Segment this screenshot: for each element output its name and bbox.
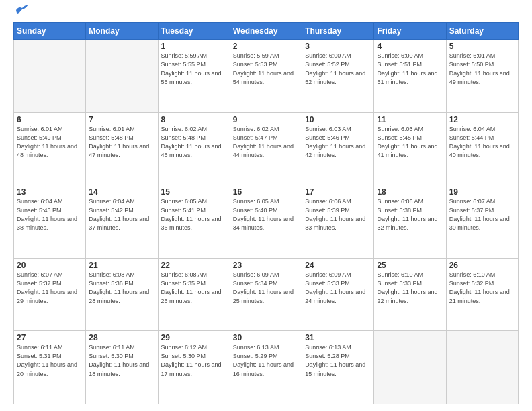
calendar-day-cell: 26Sunrise: 6:10 AMSunset: 5:32 PMDayligh… (446, 258, 518, 331)
calendar-day-cell: 25Sunrise: 6:10 AMSunset: 5:33 PMDayligh… (374, 258, 446, 331)
day-number: 18 (377, 187, 443, 197)
calendar-day-cell: 19Sunrise: 6:07 AMSunset: 5:37 PMDayligh… (446, 185, 518, 259)
day-number: 9 (233, 115, 299, 124)
day-number: 2 (233, 42, 299, 51)
day-info: Sunrise: 5:59 AMSunset: 5:53 PMDaylight:… (233, 52, 299, 87)
day-info: Sunrise: 6:06 AMSunset: 5:39 PMDaylight:… (305, 197, 371, 232)
day-number: 8 (161, 115, 227, 124)
day-info: Sunrise: 6:07 AMSunset: 5:37 PMDaylight:… (17, 271, 83, 306)
day-number: 17 (305, 187, 371, 197)
weekday-header: Thursday (302, 23, 374, 40)
calendar-day-cell: 13Sunrise: 6:04 AMSunset: 5:43 PMDayligh… (14, 185, 86, 259)
calendar-table: SundayMondayTuesdayWednesdayThursdayFrid… (13, 22, 519, 404)
page: SundayMondayTuesdayWednesdayThursdayFrid… (0, 0, 532, 411)
day-number: 31 (305, 333, 371, 342)
calendar-day-cell: 14Sunrise: 6:04 AMSunset: 5:42 PMDayligh… (86, 185, 158, 259)
day-number: 19 (449, 187, 515, 197)
day-number: 21 (89, 261, 154, 270)
calendar-day-cell: 24Sunrise: 6:09 AMSunset: 5:33 PMDayligh… (302, 258, 374, 331)
day-number: 6 (17, 115, 83, 124)
weekday-header: Wednesday (230, 23, 302, 40)
day-number: 16 (233, 187, 299, 197)
calendar-day-cell (446, 331, 518, 404)
header (13, 10, 519, 15)
calendar-day-cell: 3Sunrise: 6:00 AMSunset: 5:52 PMDaylight… (302, 40, 374, 113)
day-number: 24 (305, 261, 371, 270)
calendar-week-row: 27Sunrise: 6:11 AMSunset: 5:31 PMDayligh… (14, 331, 519, 404)
calendar-day-cell: 31Sunrise: 6:13 AMSunset: 5:28 PMDayligh… (302, 331, 374, 404)
day-number: 14 (89, 187, 154, 197)
calendar-day-cell (14, 40, 86, 113)
day-number: 4 (377, 42, 443, 51)
calendar-day-cell: 6Sunrise: 6:01 AMSunset: 5:49 PMDaylight… (14, 112, 86, 185)
day-info: Sunrise: 6:01 AMSunset: 5:50 PMDaylight:… (449, 52, 515, 87)
day-number: 23 (233, 261, 299, 270)
day-number: 26 (449, 261, 515, 270)
day-info: Sunrise: 6:02 AMSunset: 5:47 PMDaylight:… (233, 125, 299, 160)
day-info: Sunrise: 6:02 AMSunset: 5:48 PMDaylight:… (161, 125, 227, 160)
day-info: Sunrise: 6:00 AMSunset: 5:52 PMDaylight:… (305, 52, 371, 87)
day-info: Sunrise: 6:10 AMSunset: 5:33 PMDaylight:… (377, 271, 443, 306)
day-number: 3 (305, 42, 371, 51)
calendar-day-cell: 4Sunrise: 6:00 AMSunset: 5:51 PMDaylight… (374, 40, 446, 113)
day-number: 1 (161, 42, 227, 51)
calendar-day-cell: 28Sunrise: 6:11 AMSunset: 5:30 PMDayligh… (86, 331, 158, 404)
calendar-week-row: 1Sunrise: 5:59 AMSunset: 5:55 PMDaylight… (14, 40, 519, 113)
day-info: Sunrise: 6:09 AMSunset: 5:33 PMDaylight:… (305, 271, 371, 306)
calendar-day-cell: 7Sunrise: 6:01 AMSunset: 5:48 PMDaylight… (86, 112, 158, 185)
calendar-day-cell: 10Sunrise: 6:03 AMSunset: 5:46 PMDayligh… (302, 112, 374, 185)
calendar-day-cell: 5Sunrise: 6:01 AMSunset: 5:50 PMDaylight… (446, 40, 518, 113)
weekday-header: Friday (374, 23, 446, 40)
day-info: Sunrise: 6:08 AMSunset: 5:36 PMDaylight:… (89, 271, 154, 306)
day-number: 25 (377, 261, 443, 270)
logo-name (13, 10, 30, 15)
weekday-header: Sunday (14, 23, 86, 40)
day-number: 12 (449, 115, 515, 124)
calendar-day-cell: 23Sunrise: 6:09 AMSunset: 5:34 PMDayligh… (230, 258, 302, 331)
day-info: Sunrise: 6:11 AMSunset: 5:30 PMDaylight:… (89, 343, 154, 378)
day-info: Sunrise: 5:59 AMSunset: 5:55 PMDaylight:… (161, 52, 227, 87)
day-number: 5 (449, 42, 515, 51)
day-number: 20 (17, 261, 83, 270)
day-info: Sunrise: 6:13 AMSunset: 5:29 PMDaylight:… (233, 343, 299, 378)
calendar-day-cell: 29Sunrise: 6:12 AMSunset: 5:30 PMDayligh… (158, 331, 230, 404)
calendar-day-cell: 12Sunrise: 6:04 AMSunset: 5:44 PMDayligh… (446, 112, 518, 185)
day-info: Sunrise: 6:01 AMSunset: 5:48 PMDaylight:… (89, 125, 154, 160)
day-info: Sunrise: 6:12 AMSunset: 5:30 PMDaylight:… (161, 343, 227, 378)
day-info: Sunrise: 6:04 AMSunset: 5:42 PMDaylight:… (89, 197, 154, 232)
day-info: Sunrise: 6:05 AMSunset: 5:40 PMDaylight:… (233, 197, 299, 232)
day-info: Sunrise: 6:11 AMSunset: 5:31 PMDaylight:… (17, 343, 83, 378)
day-info: Sunrise: 6:10 AMSunset: 5:32 PMDaylight:… (449, 271, 515, 306)
calendar-week-row: 20Sunrise: 6:07 AMSunset: 5:37 PMDayligh… (14, 258, 519, 331)
calendar-day-cell (86, 40, 158, 113)
calendar-day-cell: 21Sunrise: 6:08 AMSunset: 5:36 PMDayligh… (86, 258, 158, 331)
day-info: Sunrise: 6:09 AMSunset: 5:34 PMDaylight:… (233, 271, 299, 306)
calendar-day-cell: 17Sunrise: 6:06 AMSunset: 5:39 PMDayligh… (302, 185, 374, 259)
weekday-header: Saturday (446, 23, 518, 40)
day-number: 7 (89, 115, 154, 124)
calendar-day-cell: 15Sunrise: 6:05 AMSunset: 5:41 PMDayligh… (158, 185, 230, 259)
calendar-day-cell: 27Sunrise: 6:11 AMSunset: 5:31 PMDayligh… (14, 331, 86, 404)
calendar-day-cell: 16Sunrise: 6:05 AMSunset: 5:40 PMDayligh… (230, 185, 302, 259)
day-info: Sunrise: 6:03 AMSunset: 5:46 PMDaylight:… (305, 125, 371, 160)
day-number: 29 (161, 333, 227, 342)
bird-icon (15, 5, 30, 15)
calendar-week-row: 13Sunrise: 6:04 AMSunset: 5:43 PMDayligh… (14, 185, 519, 259)
calendar-day-cell: 30Sunrise: 6:13 AMSunset: 5:29 PMDayligh… (230, 331, 302, 404)
day-info: Sunrise: 6:07 AMSunset: 5:37 PMDaylight:… (449, 197, 515, 232)
day-number: 10 (305, 115, 371, 124)
weekday-header: Tuesday (158, 23, 230, 40)
calendar-day-cell: 2Sunrise: 5:59 AMSunset: 5:53 PMDaylight… (230, 40, 302, 113)
day-number: 27 (17, 333, 83, 342)
day-number: 28 (89, 333, 154, 342)
day-number: 11 (377, 115, 443, 124)
day-info: Sunrise: 6:01 AMSunset: 5:49 PMDaylight:… (17, 125, 83, 160)
day-info: Sunrise: 6:00 AMSunset: 5:51 PMDaylight:… (377, 52, 443, 87)
day-number: 13 (17, 187, 83, 197)
calendar-day-cell: 18Sunrise: 6:06 AMSunset: 5:38 PMDayligh… (374, 185, 446, 259)
calendar-day-cell: 20Sunrise: 6:07 AMSunset: 5:37 PMDayligh… (14, 258, 86, 331)
calendar-day-cell: 8Sunrise: 6:02 AMSunset: 5:48 PMDaylight… (158, 112, 230, 185)
day-number: 30 (233, 333, 299, 342)
day-info: Sunrise: 6:03 AMSunset: 5:45 PMDaylight:… (377, 125, 443, 160)
calendar-day-cell: 11Sunrise: 6:03 AMSunset: 5:45 PMDayligh… (374, 112, 446, 185)
